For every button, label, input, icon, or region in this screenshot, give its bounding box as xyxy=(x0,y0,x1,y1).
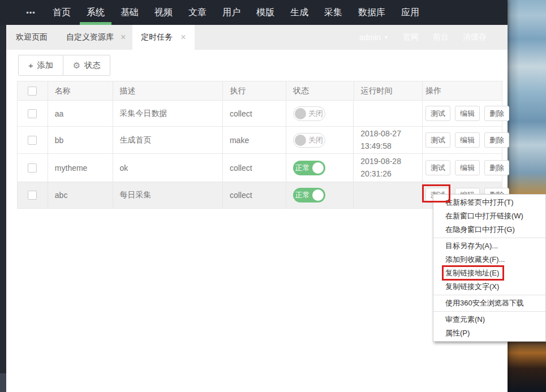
row-checkbox[interactable] xyxy=(28,163,37,173)
link-clear-cache[interactable]: 清缓存 xyxy=(463,32,487,42)
task-exec: collect xyxy=(222,182,286,208)
nav-item-generate[interactable]: 生成 xyxy=(282,0,316,25)
nav-item-user[interactable]: 用户 xyxy=(214,0,248,25)
nav-item-home[interactable]: 首页 xyxy=(45,0,79,25)
table-row: bb 生成首页 make 关闭 2018-08-27 13:49:58 测试 编… xyxy=(18,126,502,153)
nav-item-video[interactable]: 视频 xyxy=(147,0,180,25)
nav-item-database[interactable]: 数据库 xyxy=(350,0,393,25)
task-desc: ok xyxy=(113,154,222,182)
table-header-row: 名称 描述 执行 状态 运行时间 操作 xyxy=(18,81,502,100)
test-button[interactable]: 测试 xyxy=(425,132,450,148)
top-navbar: ••• 首页 系统 基础 视频 文章 用户 模版 生成 采集 数据库 应用 xyxy=(0,0,508,25)
select-all-checkbox[interactable] xyxy=(28,87,37,96)
menu-separator xyxy=(433,238,545,238)
edit-button[interactable]: 编辑 xyxy=(455,106,480,121)
delete-button[interactable]: 删除 xyxy=(484,106,509,121)
nav-item-template[interactable]: 模版 xyxy=(248,0,282,25)
menu-item-copy-link-text[interactable]: 复制链接文字(X) xyxy=(433,280,545,294)
task-exec: make xyxy=(222,127,286,153)
toggle-label: 正常 xyxy=(295,190,310,200)
status-button-label: 状态 xyxy=(84,61,100,71)
col-header-actions: 操作 xyxy=(422,81,502,100)
user-menu[interactable]: admin ▼ xyxy=(359,33,389,42)
delete-button[interactable]: 删除 xyxy=(484,160,509,175)
task-desc: 采集今日数据 xyxy=(113,101,222,126)
nav-item-collect[interactable]: 采集 xyxy=(316,0,350,25)
row-checkbox[interactable] xyxy=(28,136,37,145)
col-header-status: 状态 xyxy=(286,81,354,100)
toggle-knob xyxy=(312,162,324,174)
tab-custom-resource-lib[interactable]: 自定义资源库 × xyxy=(57,25,132,50)
table-row: abc 每日采集 collect 正常 测试 编辑 删除 xyxy=(18,182,502,208)
edit-button[interactable]: 编辑 xyxy=(455,160,480,175)
col-header-desc: 描述 xyxy=(113,81,223,100)
menu-item-open-new-window[interactable]: 在新窗口中打开链接(W) xyxy=(433,209,545,223)
context-menu: 在新标签页中打开(T) 在新窗口中打开链接(W) 在隐身窗口中打开(G) 目标另… xyxy=(433,194,546,342)
delete-button[interactable]: 删除 xyxy=(484,132,509,148)
menu-item-download-with-360[interactable]: 使用360安全浏览器下载 xyxy=(433,296,545,310)
collapsed-sidebar[interactable] xyxy=(0,25,6,392)
task-runtime xyxy=(353,101,422,126)
task-exec: collect xyxy=(222,101,286,126)
nav-item-app[interactable]: 应用 xyxy=(393,0,427,25)
menu-item-open-incognito[interactable]: 在隐身窗口中打开(G) xyxy=(433,223,545,236)
task-name: mytheme xyxy=(48,154,113,182)
toolbar: + 添加 ⚙ 状态 xyxy=(6,50,508,76)
toggle-knob xyxy=(295,108,306,119)
nav-item-system[interactable]: 系统 xyxy=(79,0,113,25)
toggle-label: 关闭 xyxy=(308,135,323,145)
add-button-label: 添加 xyxy=(37,61,53,71)
col-header-exec: 执行 xyxy=(222,81,286,100)
close-icon[interactable]: × xyxy=(180,33,186,42)
status-toggle-on[interactable]: 正常 xyxy=(293,188,325,203)
toggle-label: 关闭 xyxy=(308,109,323,119)
sidebar-collapse-handle[interactable] xyxy=(0,373,6,392)
menu-item-copy-link-address[interactable]: 复制链接地址(E) xyxy=(433,266,545,280)
tab-bar: 欢迎页面 自定义资源库 × 定时任务 × admin ▼ 官网 前台 清缓存 xyxy=(6,25,508,50)
tab-scheduled-tasks[interactable]: 定时任务 × xyxy=(132,25,194,50)
task-name: abc xyxy=(48,182,113,208)
plus-icon: + xyxy=(28,61,33,70)
col-header-runtime: 运行时间 xyxy=(354,81,423,100)
menu-item-add-to-favorites[interactable]: 添加到收藏夹(F)... xyxy=(433,253,545,266)
tasks-table: 名称 描述 执行 状态 运行时间 操作 aa 采集今日数据 collect 关闭 xyxy=(17,81,502,209)
menu-separator xyxy=(433,295,545,295)
task-exec: collect xyxy=(222,154,286,182)
status-toggle-on[interactable]: 正常 xyxy=(293,161,325,175)
menu-item-save-target-as[interactable]: 目标另存为(A)... xyxy=(433,239,545,253)
toggle-knob xyxy=(312,189,324,201)
status-toggle-off[interactable]: 关闭 xyxy=(293,133,325,148)
task-runtime xyxy=(353,182,422,208)
status-button[interactable]: ⚙ 状态 xyxy=(63,55,110,76)
nav-item-article[interactable]: 文章 xyxy=(180,0,214,25)
nav-more-button[interactable]: ••• xyxy=(17,0,45,25)
edit-button[interactable]: 编辑 xyxy=(455,132,480,148)
tabbar-user-links: admin ▼ 官网 前台 清缓存 xyxy=(359,25,487,50)
row-checkbox[interactable] xyxy=(28,191,37,200)
toggle-knob xyxy=(295,135,306,146)
menu-item-properties[interactable]: 属性(P) xyxy=(433,326,545,340)
col-header-name: 名称 xyxy=(48,81,113,100)
gear-icon: ⚙ xyxy=(73,61,80,71)
test-button[interactable]: 测试 xyxy=(425,106,450,121)
test-button[interactable]: 测试 xyxy=(425,160,450,175)
menu-item-inspect-element[interactable]: 审查元素(N) xyxy=(433,313,545,326)
tab-welcome-page[interactable]: 欢迎页面 xyxy=(6,25,57,50)
status-toggle-off[interactable]: 关闭 xyxy=(293,106,325,121)
task-runtime: 2018-08-27 13:49:58 xyxy=(353,127,422,153)
username: admin xyxy=(359,33,381,42)
tab-label: 定时任务 xyxy=(141,32,173,42)
toggle-label: 正常 xyxy=(295,163,310,173)
chevron-down-icon: ▼ xyxy=(384,35,389,40)
tab-label: 欢迎页面 xyxy=(16,32,48,42)
nav-item-basic[interactable]: 基础 xyxy=(113,0,147,25)
browser-window: ••• 首页 系统 基础 视频 文章 用户 模版 生成 采集 数据库 应用 欢迎… xyxy=(0,0,508,392)
close-icon[interactable]: × xyxy=(121,33,126,42)
link-front-site[interactable]: 前台 xyxy=(433,32,449,42)
add-button[interactable]: + 添加 xyxy=(18,55,63,76)
task-name: aa xyxy=(48,101,113,126)
link-official-site[interactable]: 官网 xyxy=(403,32,419,42)
menu-item-open-new-tab[interactable]: 在新标签页中打开(T) xyxy=(433,196,545,209)
tab-label: 自定义资源库 xyxy=(66,32,114,42)
row-checkbox[interactable] xyxy=(28,109,37,118)
